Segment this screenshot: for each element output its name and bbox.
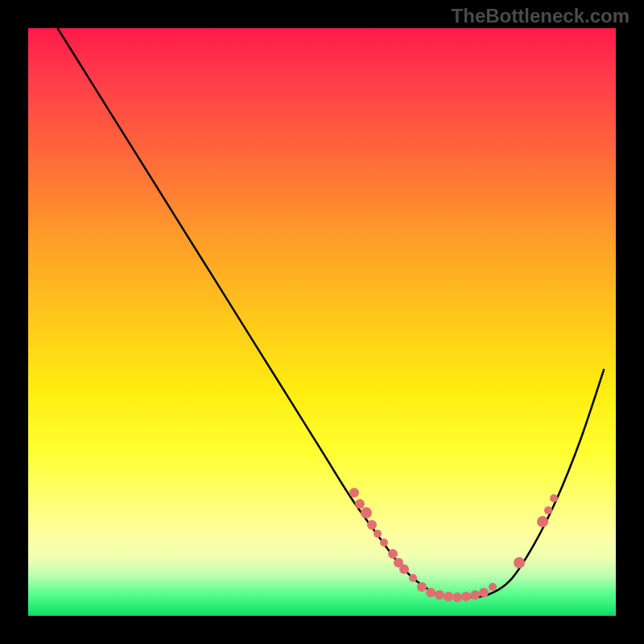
watermark-text: TheBottleneck.com: [452, 5, 630, 27]
data-marker: [514, 557, 525, 568]
curve-svg: [28, 28, 616, 616]
data-marker: [388, 549, 398, 559]
data-marker: [367, 520, 377, 530]
data-marker: [489, 583, 497, 591]
plot-area: [28, 28, 616, 616]
data-marker: [399, 564, 409, 574]
data-marker: [374, 530, 382, 538]
data-marker: [380, 539, 388, 547]
data-marker: [479, 588, 489, 597]
data-marker: [537, 516, 548, 527]
data-marker: [417, 582, 427, 592]
data-marker: [550, 494, 558, 502]
bottleneck-curve: [58, 28, 605, 597]
data-marker: [349, 488, 359, 497]
data-marker: [361, 507, 372, 518]
data-marker: [544, 506, 552, 514]
data-marker: [409, 574, 417, 582]
